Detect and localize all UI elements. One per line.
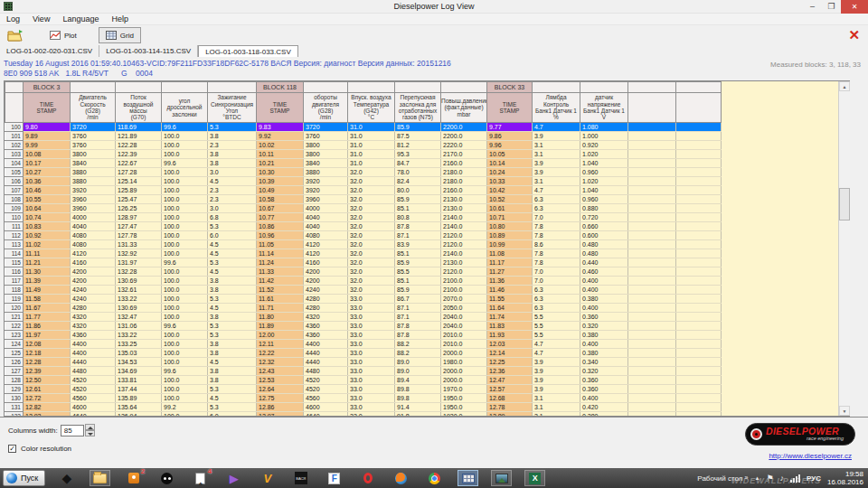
- cell[interactable]: 4000: [304, 204, 348, 213]
- cell[interactable]: 33.0: [348, 367, 395, 376]
- cell[interactable]: 125.89: [116, 186, 162, 195]
- cell[interactable]: 99.6: [162, 159, 208, 168]
- flag-icon[interactable]: ⚑: [766, 474, 773, 483]
- cell[interactable]: [628, 204, 676, 213]
- cell[interactable]: 88.2: [395, 340, 441, 349]
- cell[interactable]: 4200: [71, 267, 116, 277]
- cell[interactable]: 4600: [304, 403, 348, 412]
- cell[interactable]: 6.3: [533, 195, 580, 204]
- cell[interactable]: 3960: [71, 204, 116, 213]
- cell[interactable]: 32.0: [348, 177, 395, 186]
- cell[interactable]: 2180.0: [441, 168, 487, 177]
- cell[interactable]: 134.53: [116, 358, 162, 367]
- cell[interactable]: [676, 403, 722, 412]
- menu-item-language[interactable]: Language: [56, 14, 105, 23]
- cell[interactable]: 4120: [71, 249, 116, 258]
- cell[interactable]: 10.77: [257, 213, 304, 222]
- cell[interactable]: 4600: [71, 403, 116, 412]
- cell[interactable]: 32.0: [348, 213, 395, 222]
- cell[interactable]: 2000.0: [441, 367, 487, 376]
- cell[interactable]: 2160.0: [441, 159, 487, 168]
- cell[interactable]: 2120.0: [441, 267, 487, 277]
- row-number[interactable]: 113: [5, 240, 24, 249]
- cell[interactable]: 5.3: [208, 123, 257, 132]
- cell[interactable]: 10.21: [257, 159, 304, 168]
- cell[interactable]: 135.64: [116, 403, 162, 412]
- cell[interactable]: 4320: [71, 322, 116, 331]
- cell[interactable]: 3920: [304, 177, 348, 186]
- cell[interactable]: 3.9: [533, 159, 580, 168]
- cell[interactable]: 12.32: [257, 358, 304, 367]
- cell[interactable]: 0.440: [580, 258, 628, 267]
- cell[interactable]: 2130.0: [441, 195, 487, 204]
- cell[interactable]: 100.0: [162, 141, 208, 150]
- cell[interactable]: 126.25: [116, 204, 162, 213]
- cell[interactable]: 100.0: [162, 358, 208, 367]
- cell[interactable]: 9.80: [24, 123, 71, 132]
- cell[interactable]: 33.0: [348, 331, 395, 340]
- language-indicator[interactable]: РУС: [807, 474, 821, 483]
- cell[interactable]: 10.42: [487, 186, 533, 195]
- cell[interactable]: 11.86: [24, 322, 71, 331]
- cell[interactable]: 3.8: [208, 349, 257, 358]
- cell[interactable]: 11.08: [487, 249, 533, 258]
- cell[interactable]: 4280: [304, 295, 348, 304]
- cell[interactable]: 2070.0: [441, 295, 487, 304]
- cell[interactable]: 3.0: [208, 204, 257, 213]
- cell[interactable]: 4400: [304, 340, 348, 349]
- cell[interactable]: [676, 150, 722, 159]
- cell[interactable]: [676, 195, 722, 204]
- row-number[interactable]: 109: [5, 204, 24, 213]
- cell[interactable]: 3880: [304, 168, 348, 177]
- vertical-scrollbar[interactable]: ▲ ▼: [838, 81, 850, 416]
- cell[interactable]: 100.0: [162, 204, 208, 213]
- cell[interactable]: 12.18: [24, 349, 71, 358]
- cell[interactable]: [628, 340, 676, 349]
- row-number[interactable]: 105: [5, 168, 24, 177]
- cell[interactable]: 11.97: [24, 331, 71, 340]
- cell[interactable]: 2.3: [208, 195, 257, 204]
- cell[interactable]: 12.78: [487, 403, 533, 412]
- cell[interactable]: 11.30: [24, 267, 71, 277]
- cell[interactable]: 100.0: [162, 304, 208, 313]
- cell[interactable]: [628, 349, 676, 358]
- cell[interactable]: 12.03: [487, 340, 533, 349]
- cell[interactable]: 3.1: [533, 141, 580, 150]
- cell[interactable]: 89.4: [395, 376, 441, 385]
- cell[interactable]: 83.9: [395, 240, 441, 249]
- cell[interactable]: 131.97: [116, 258, 162, 267]
- cell[interactable]: 5.5: [533, 322, 580, 331]
- tray-expand-icon[interactable]: ▲: [754, 475, 760, 481]
- cell[interactable]: 10.58: [257, 195, 304, 204]
- cell[interactable]: 3840: [71, 159, 116, 168]
- cell[interactable]: 10.17: [24, 159, 71, 168]
- cell[interactable]: 81.2: [395, 141, 441, 150]
- cell[interactable]: 11.02: [24, 240, 71, 249]
- cell[interactable]: [676, 249, 722, 258]
- cell[interactable]: 3.8: [208, 376, 257, 385]
- cell[interactable]: [628, 258, 676, 267]
- cell[interactable]: [676, 141, 722, 150]
- start-button[interactable]: Пуск: [3, 470, 45, 486]
- cell[interactable]: [676, 358, 722, 367]
- cell[interactable]: [676, 322, 722, 331]
- cell[interactable]: 100.0: [162, 295, 208, 304]
- restore-button[interactable]: ❐: [822, 0, 841, 14]
- firefox-icon[interactable]: [391, 470, 411, 486]
- cell[interactable]: [676, 331, 722, 340]
- cell[interactable]: 11.27: [487, 267, 533, 277]
- cell[interactable]: 131.33: [116, 240, 162, 249]
- cell[interactable]: 4440: [304, 349, 348, 358]
- cell[interactable]: [628, 367, 676, 376]
- kmplayer-icon[interactable]: [223, 470, 244, 486]
- row-number[interactable]: 129: [5, 385, 24, 394]
- cell[interactable]: 135.03: [116, 349, 162, 358]
- cell[interactable]: 4040: [304, 222, 348, 231]
- cell[interactable]: 8.6: [533, 240, 580, 249]
- cell[interactable]: 4560: [304, 394, 348, 403]
- cell[interactable]: 87.1: [395, 313, 441, 322]
- cell[interactable]: 11.93: [487, 331, 533, 340]
- cell[interactable]: [628, 159, 676, 168]
- cell[interactable]: 9.89: [24, 132, 71, 141]
- cell[interactable]: 128.97: [116, 213, 162, 222]
